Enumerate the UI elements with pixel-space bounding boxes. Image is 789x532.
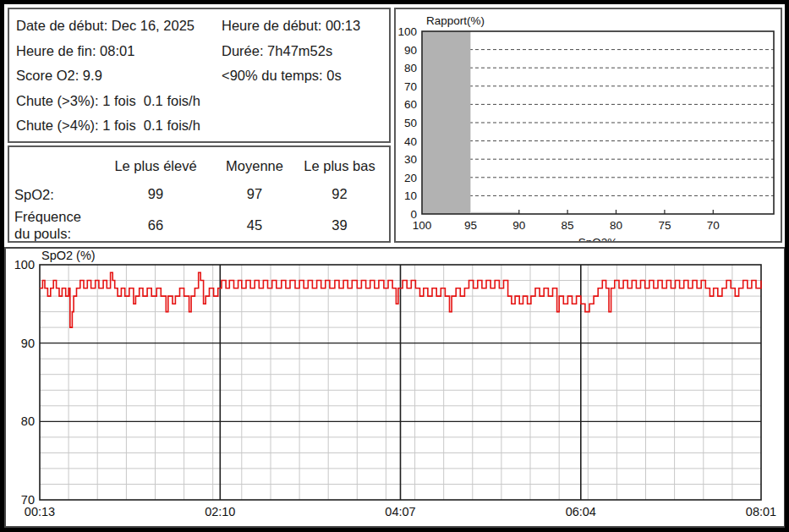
row-label-pulse: Fréquence du pouls: (14, 207, 97, 243)
summary-row: Heure de fin: 08:01 Durée: 7h47m52s (16, 39, 382, 64)
stats-table-panel: Le plus élevé Moyenne Le plus bas SpO2: … (8, 145, 391, 243)
end-time-value: Heure de fin: 08:01 (16, 43, 134, 58)
spo2-trend-panel: 70809010000:1302:1004:0706:0408:01SpO2 (… (4, 247, 786, 528)
pulse-average: 45 (214, 207, 295, 243)
svg-text:100: 100 (14, 258, 35, 271)
svg-text:08:01: 08:01 (746, 505, 776, 518)
svg-text:Rapport(%): Rapport(%) (426, 14, 485, 27)
summary-row: Score O2: 9.9 <90% du temps: 0s (16, 63, 382, 89)
svg-text:04:07: 04:07 (385, 505, 415, 518)
svg-text:90: 90 (512, 219, 525, 232)
svg-text:SpO2 (%): SpO2 (%) (41, 249, 96, 262)
spo2-trend-chart: 70809010000:1302:1004:0706:0408:01SpO2 (… (6, 249, 784, 526)
col-header-highest: Le plus élevé (97, 151, 214, 181)
svg-text:00:13: 00:13 (25, 505, 55, 518)
summary-panel: Date de début: Dec 16, 2025 Heure de déb… (8, 8, 391, 143)
col-header-average: Moyenne (214, 151, 295, 181)
svg-text:60: 60 (404, 98, 417, 111)
svg-text:100: 100 (397, 25, 417, 38)
svg-text:50: 50 (404, 117, 417, 129)
row-label-spo2: SpO2: (14, 181, 97, 207)
start-date-value: Date de début: Dec 16, 2025 (16, 18, 195, 33)
spo2-distribution-chart: 0102030405060708090100100959085807570Rap… (396, 9, 781, 241)
summary-row: Chute (>3%): 1 fois 0.1 fois/h (16, 89, 382, 114)
oximetry-report-window: Date de début: Dec 16, 2025 Heure de déb… (0, 0, 789, 532)
svg-text:90: 90 (404, 44, 417, 57)
svg-text:20: 20 (404, 172, 417, 184)
svg-text:95: 95 (464, 219, 477, 232)
drop-4pct-value: Chute (>4%): 1 fois 0.1 fois/h (16, 118, 200, 133)
drop-3pct-value: Chute (>3%): 1 fois 0.1 fois/h (16, 93, 200, 108)
svg-text:80: 80 (21, 414, 35, 428)
summary-row: Chute (>4%): 1 fois 0.1 fois/h (16, 113, 382, 139)
svg-text:85: 85 (562, 219, 574, 232)
svg-text:40: 40 (404, 135, 417, 148)
spo2-highest: 99 (97, 181, 214, 207)
svg-text:70: 70 (404, 80, 417, 93)
start-time-value: Heure de début: 00:13 (222, 14, 360, 39)
svg-text:80: 80 (404, 62, 417, 74)
spo2-lowest: 92 (295, 181, 384, 207)
svg-text:SpO2%: SpO2% (578, 236, 618, 241)
svg-text:30: 30 (404, 153, 417, 166)
col-header-lowest: Le plus bas (295, 151, 384, 181)
o2-score-value: Score O2: 9.9 (16, 68, 102, 83)
spo2-distribution-panel: 0102030405060708090100100959085807570Rap… (394, 8, 782, 243)
svg-text:75: 75 (658, 219, 671, 232)
svg-text:80: 80 (610, 219, 622, 232)
pulse-lowest: 39 (295, 207, 384, 243)
corner-cell (14, 151, 97, 181)
svg-text:100: 100 (413, 219, 432, 232)
svg-text:02:10: 02:10 (205, 505, 235, 518)
stats-table: Le plus élevé Moyenne Le plus bas SpO2: … (14, 151, 384, 243)
spo2-average: 97 (214, 181, 295, 207)
summary-row: Date de début: Dec 16, 2025 Heure de déb… (16, 14, 382, 39)
svg-text:90: 90 (21, 337, 35, 350)
duration-value: Durée: 7h47m52s (222, 39, 332, 64)
pulse-highest: 66 (97, 207, 214, 243)
svg-text:10: 10 (404, 189, 417, 202)
svg-text:06:04: 06:04 (566, 505, 596, 518)
below-90-time-value: <90% du temps: 0s (222, 63, 342, 89)
svg-text:70: 70 (707, 219, 720, 232)
